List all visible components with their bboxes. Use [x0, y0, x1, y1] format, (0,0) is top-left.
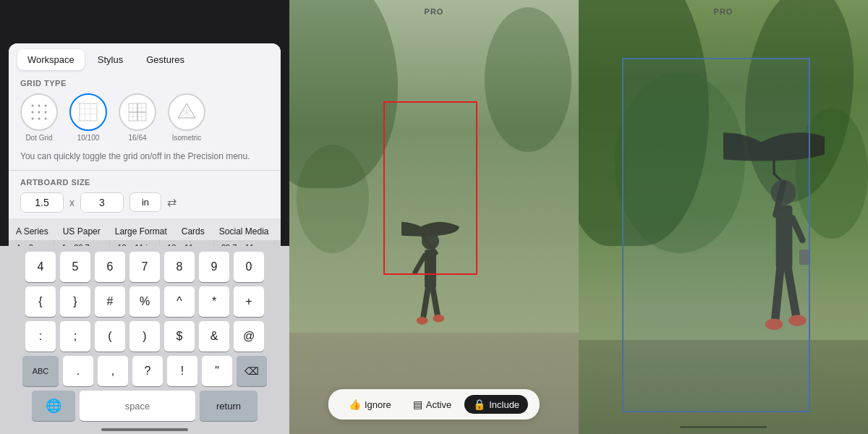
key-row-bottom: ABC . , ? ! " ⌫: [3, 356, 286, 386]
pro-badge-right: PRO: [714, 7, 733, 16]
key-percent[interactable]: %: [129, 286, 160, 317]
key-ampersand[interactable]: &: [199, 321, 229, 352]
grid-option-1664[interactable]: 16/64: [119, 93, 156, 142]
svg-point-34: [417, 317, 428, 325]
preset-cat-3[interactable]: Cards: [174, 223, 212, 240]
blue-selection-box: [622, 58, 810, 412]
grid-option-isometric[interactable]: Isometric: [168, 93, 205, 142]
dot-grid-icon: [20, 93, 58, 131]
svg-rect-9: [80, 103, 97, 121]
ignore-button[interactable]: 👍 Ignore: [340, 395, 400, 414]
include-icon: 🔒: [473, 399, 485, 410]
key-6[interactable]: 6: [95, 252, 125, 282]
artboard-label: ARTBOARD SIZE: [9, 171, 281, 192]
key-5[interactable]: 5: [60, 252, 90, 282]
key-space[interactable]: space: [80, 391, 195, 421]
grid-1664-label: 16/64: [128, 134, 146, 142]
key-0[interactable]: 0: [234, 252, 264, 282]
grid-option-dot[interactable]: Dot Grid: [20, 93, 58, 142]
include-label: Include: [489, 399, 519, 410]
key-question[interactable]: ?: [132, 356, 163, 386]
key-abc[interactable]: ABC: [22, 356, 59, 386]
svg-point-0: [32, 105, 34, 107]
active-label: Active: [426, 399, 451, 410]
svg-point-6: [32, 118, 34, 120]
right-panel: PRO: [579, 0, 868, 434]
dot-grid-label: Dot Grid: [25, 134, 52, 142]
svg-point-2: [45, 105, 47, 107]
key-star[interactable]: *: [199, 286, 229, 317]
grid-10100-icon: [69, 93, 107, 131]
pro-badge-middle: PRO: [425, 7, 444, 16]
svg-point-3: [32, 111, 34, 114]
preset-cat-1[interactable]: US Paper: [56, 223, 108, 240]
preset-cat-0[interactable]: A Series: [9, 223, 56, 240]
key-lparen[interactable]: (: [95, 321, 125, 352]
grid-1664-icon: [119, 93, 156, 131]
isometric-label: Isometric: [172, 134, 202, 142]
grid-options: Dot Grid 10/100: [9, 93, 281, 148]
svg-point-8: [45, 118, 47, 120]
key-9[interactable]: 9: [199, 252, 229, 282]
svg-point-4: [38, 111, 41, 114]
tab-stylus[interactable]: Stylus: [88, 49, 133, 70]
key-4[interactable]: 4: [25, 252, 56, 282]
key-comma[interactable]: ,: [98, 356, 128, 386]
artboard-width-input[interactable]: [20, 192, 64, 213]
grid-hint: You can quickly toggle the grid on/off i…: [9, 148, 281, 170]
svg-point-35: [433, 315, 444, 323]
key-plus[interactable]: +: [234, 286, 264, 317]
tab-workspace[interactable]: Workspace: [17, 49, 85, 70]
ignore-label: Ignore: [365, 399, 391, 410]
include-button[interactable]: 🔒 Include: [464, 395, 528, 414]
grid-type-label: GRID TYPE: [9, 70, 281, 93]
svg-line-32: [423, 289, 428, 318]
key-exclaim[interactable]: !: [167, 356, 197, 386]
artboard-unit[interactable]: in: [129, 192, 161, 212]
active-button[interactable]: ▤ Active: [404, 395, 460, 414]
tabs-row: Workspace Stylus Gestures: [9, 43, 281, 70]
preset-cat-5[interactable]: Ponoko Laser: [276, 223, 281, 240]
svg-point-5: [45, 111, 47, 114]
key-at[interactable]: @: [234, 321, 264, 352]
key-lbrace[interactable]: {: [25, 286, 56, 317]
key-colon[interactable]: :: [25, 321, 56, 352]
artboard-row: x in ⇄: [9, 192, 281, 218]
key-dollar[interactable]: $: [164, 321, 195, 352]
middle-panel: PRO 👍 Ignore ▤ Active 🔒 Include: [289, 0, 579, 434]
key-dot[interactable]: .: [63, 356, 93, 386]
home-indicator: [101, 428, 188, 431]
key-row-symbols2: : ; ( ) $ & @: [3, 321, 286, 352]
grid-option-10100[interactable]: 10/100: [69, 93, 107, 142]
left-panel: Workspace Stylus Gestures GRID TYPE: [0, 0, 289, 434]
artboard-height-input[interactable]: [80, 192, 124, 213]
active-icon: ▤: [413, 399, 422, 410]
key-rparen[interactable]: ): [129, 321, 160, 352]
red-selection-box: [383, 101, 477, 275]
key-rbrace[interactable]: }: [60, 286, 90, 317]
rotate-icon[interactable]: ⇄: [167, 195, 176, 209]
tab-gestures[interactable]: Gestures: [136, 49, 195, 70]
ignore-icon: 👍: [349, 399, 361, 410]
key-emoji[interactable]: 🌐: [32, 391, 75, 421]
isometric-icon: [168, 93, 205, 131]
bottom-toolbar: 👍 Ignore ▤ Active 🔒 Include: [328, 389, 540, 420]
svg-point-1: [38, 105, 41, 107]
key-quote[interactable]: ": [202, 356, 232, 386]
preset-cat-4[interactable]: Social Media: [212, 223, 276, 240]
settings-card: Workspace Stylus Gestures GRID TYPE: [9, 43, 281, 263]
key-8[interactable]: 8: [164, 252, 195, 282]
keyboard: 4 5 6 7 8 9 0 { } # % ^ * + : ; ( ) $ & …: [0, 246, 289, 434]
key-hash[interactable]: #: [95, 286, 125, 317]
key-7[interactable]: 7: [129, 252, 160, 282]
artboard-separator: x: [69, 197, 75, 208]
key-semicolon[interactable]: ;: [60, 321, 90, 352]
presets-categories: A Series US Paper Large Format Cards Soc…: [9, 218, 281, 240]
key-caret[interactable]: ^: [164, 286, 195, 317]
grid-10100-label: 10/100: [77, 134, 100, 142]
preset-cat-2[interactable]: Large Format: [108, 223, 174, 240]
scroll-indicator: [680, 426, 767, 428]
key-delete[interactable]: ⌫: [237, 356, 267, 386]
key-return[interactable]: return: [200, 391, 258, 421]
svg-line-33: [433, 289, 438, 316]
